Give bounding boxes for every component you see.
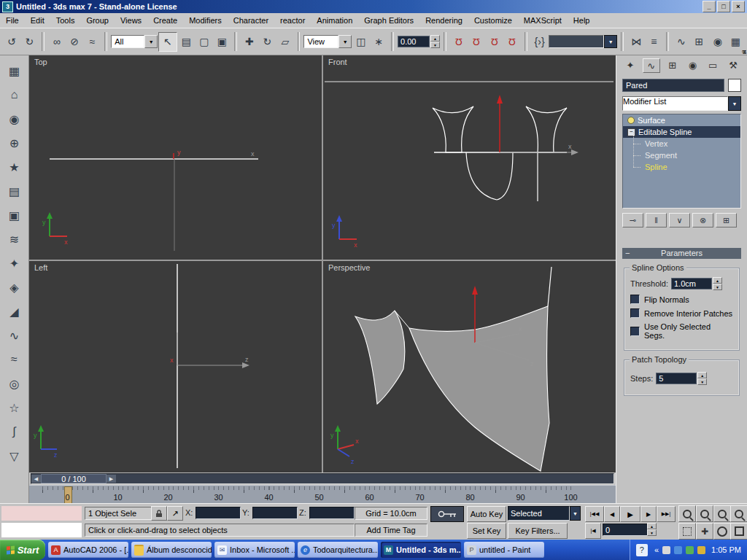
parameters-rollout[interactable]: − Parameters <box>622 248 741 259</box>
stack-subitem-vertex[interactable]: Vertex <box>623 138 740 149</box>
menu-item[interactable]: File <box>0 15 25 26</box>
bind-to-spacewarp-icon[interactable]: ≈ <box>84 33 101 51</box>
reactor-tool-icon[interactable]: ◎ <box>4 374 25 393</box>
reactor-tool-icon[interactable]: ∿ <box>4 326 25 345</box>
zoom-extents-icon[interactable] <box>713 505 731 522</box>
hierarchy-tab-icon[interactable]: ⊞ <box>665 58 681 71</box>
select-object-icon[interactable]: ↖ <box>158 32 177 52</box>
viewport-label[interactable]: Front <box>328 58 347 66</box>
remove-interior-patches-checkbox[interactable] <box>630 308 640 318</box>
reactor-tool-icon[interactable]: ▤ <box>4 182 25 201</box>
reactor-tool-icon[interactable]: ∫ <box>4 422 25 441</box>
spinner-down-icon[interactable]: ▼ <box>697 378 707 385</box>
play-button[interactable]: ▶ <box>620 506 640 522</box>
menu-item[interactable]: Character <box>228 15 274 26</box>
pin-stack-icon[interactable]: ⊸ <box>622 213 643 228</box>
spinner-snap-icon[interactable]: Ω↕ <box>503 33 521 51</box>
menu-item[interactable]: Tools <box>50 15 81 26</box>
curve-editor-icon[interactable]: ∿ <box>673 33 690 51</box>
select-and-link-icon[interactable]: ∞ <box>48 33 66 51</box>
motion-tab-icon[interactable]: ◉ <box>684 58 700 71</box>
rectangular-selection-region-icon[interactable]: ▢ <box>196 33 213 51</box>
time-slider-thumb[interactable]: 0 / 100 <box>41 474 107 483</box>
zoom-all-icon[interactable] <box>696 505 713 522</box>
display-tab-icon[interactable]: ▭ <box>705 58 721 71</box>
go-to-end-button[interactable]: ▶▶| <box>657 506 676 522</box>
flip-normals-checkbox[interactable] <box>630 295 640 304</box>
start-button[interactable]: Start <box>0 540 45 560</box>
stack-item-surface[interactable]: Surface <box>623 114 740 126</box>
undo-icon[interactable]: ↺ <box>3 33 20 51</box>
modifier-list-dropdown[interactable]: Modifier List ▼ <box>622 96 741 109</box>
reactor-tool-icon[interactable]: ▣ <box>4 206 25 225</box>
modify-tab-icon[interactable]: ∿ <box>643 58 660 73</box>
menu-item[interactable]: Graph Editors <box>358 15 419 26</box>
reactor-tool-icon[interactable]: ◈ <box>4 278 25 297</box>
reference-coordinate-dropdown[interactable]: View ▼ <box>303 35 352 48</box>
current-frame-field[interactable]: 0 <box>603 524 651 536</box>
left-viewport-canvas[interactable]: z x y z <box>29 261 322 472</box>
redo-icon[interactable]: ↻ <box>21 33 39 51</box>
make-unique-icon[interactable]: ∨ <box>669 213 690 228</box>
spinner-up-icon[interactable]: ▲ <box>697 372 707 378</box>
visibility-bulb-icon[interactable] <box>627 117 635 124</box>
menu-item[interactable]: Help <box>568 15 596 26</box>
pan-view-icon[interactable]: ✚ <box>696 523 713 540</box>
schematic-view-icon[interactable]: ⊞ <box>691 33 708 51</box>
select-and-manipulate-icon[interactable]: ∗ <box>371 33 388 51</box>
maxscript-mini-listener[interactable] <box>1 523 82 537</box>
previous-frame-arrow-icon[interactable]: ◀ <box>31 475 41 483</box>
viewport-label[interactable]: Top <box>34 58 47 66</box>
utilities-tab-icon[interactable]: ⚒ <box>725 58 741 71</box>
macro-recorder-mini-listener[interactable] <box>1 506 82 521</box>
zoom-extents-all-icon[interactable] <box>730 505 747 522</box>
menu-item[interactable]: reactor <box>274 15 311 26</box>
steps-spinner[interactable]: 5 ▲▼ <box>656 372 707 385</box>
next-frame-button[interactable]: ▶ <box>640 506 657 522</box>
named-selection-sets-dropdown[interactable]: ▼ <box>549 35 617 48</box>
tray-chevron-icon[interactable]: « <box>654 545 659 554</box>
go-to-start-button[interactable]: |◀◀ <box>585 506 604 522</box>
selection-lock-icon[interactable] <box>151 506 167 521</box>
auto-key-button[interactable]: Auto Key <box>467 506 506 522</box>
create-tab-icon[interactable]: ✦ <box>622 58 638 71</box>
collapse-icon[interactable]: − <box>627 128 635 136</box>
render-scene-icon[interactable]: ▦ <box>727 33 745 51</box>
key-filter-set-dropdown[interactable]: Selected ▼ <box>508 506 581 521</box>
configure-modifier-sets-icon[interactable]: ⊞ <box>716 213 737 228</box>
perspective-viewport-canvas[interactable]: x z y x z <box>323 261 616 472</box>
keyboard-shortcut-override-icon[interactable]: {›} <box>531 33 549 51</box>
chevron-down-icon[interactable]: ▼ <box>338 35 352 48</box>
reactor-tool-icon[interactable]: ▽ <box>4 446 25 465</box>
reactor-tool-icon[interactable]: ⌂ <box>4 85 25 104</box>
toolbar-spinner[interactable]: 0.00 ▲▼ <box>398 35 440 48</box>
reactor-tool-icon[interactable]: ≋ <box>4 230 25 249</box>
select-and-rotate-icon[interactable]: ↻ <box>259 33 276 51</box>
absolute-offset-mode-icon[interactable]: ↗ <box>167 506 183 521</box>
spinner-up-icon[interactable]: ▲ <box>713 277 722 284</box>
threshold-spinner[interactable]: 1.0cm ▲▼ <box>671 277 722 290</box>
chevron-down-icon[interactable]: ▼ <box>728 96 741 111</box>
reactor-tool-icon[interactable]: ☆ <box>4 398 25 417</box>
maximize-viewport-toggle-icon[interactable] <box>730 523 747 540</box>
selection-filter-dropdown[interactable]: All ▼ <box>111 35 158 48</box>
spinner-up-icon[interactable]: ▲ <box>647 523 657 529</box>
stack-subitem-segment[interactable]: Segment <box>623 149 740 161</box>
stack-subitem-spline[interactable]: Spline <box>623 161 740 173</box>
viewport-left[interactable]: Left z x y z <box>29 261 322 472</box>
spinner-down-icon[interactable]: ▼ <box>647 529 657 536</box>
title-bar[interactable]: 3 Untitled - 3ds max 7 - Stand-alone Lic… <box>0 0 747 13</box>
use-only-selected-segs-checkbox[interactable] <box>630 327 640 336</box>
viewport-perspective[interactable]: Perspective x z y x z <box>323 261 616 472</box>
menu-item[interactable]: Animation <box>311 15 358 26</box>
select-by-name-icon[interactable]: ▤ <box>178 33 196 51</box>
taskbar-button-album[interactable]: Álbum desconocid... <box>131 542 212 558</box>
frame-spinner[interactable]: ▲▼ <box>647 523 657 536</box>
taskbar-button-browser[interactable]: e Todoarquitectura.... <box>298 542 378 558</box>
track-bar[interactable]: 0102030405060708090100 <box>29 485 616 503</box>
close-button[interactable]: × <box>732 1 745 12</box>
chevron-down-icon[interactable]: ▼ <box>570 506 581 521</box>
steps-value[interactable]: 5 <box>656 373 697 384</box>
minimize-button[interactable]: _ <box>703 1 716 12</box>
menu-item[interactable]: Views <box>115 15 147 26</box>
